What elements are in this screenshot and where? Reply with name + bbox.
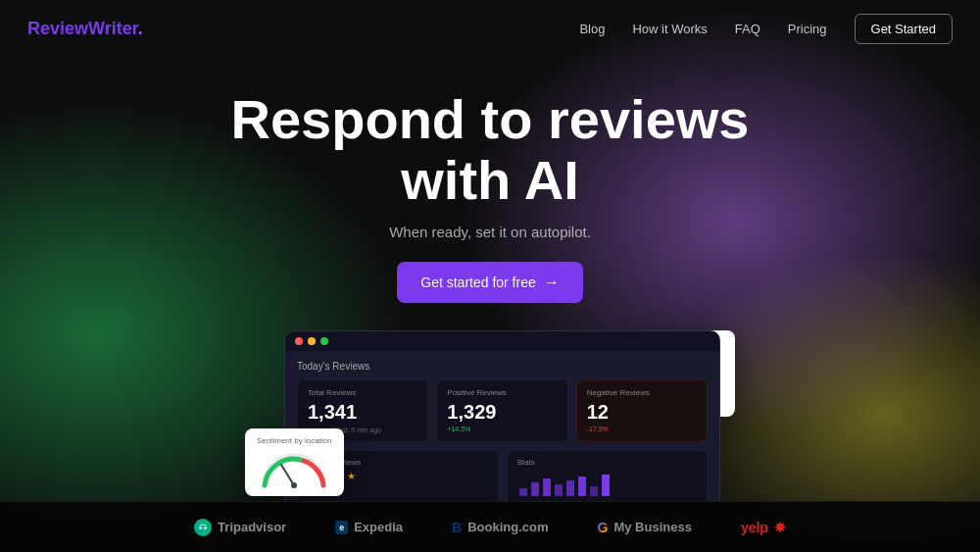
expedia-label: Expedia — [354, 520, 403, 534]
dashboard-body: Today's Reviews Total Reviews 1,341 Last… — [285, 351, 719, 520]
google-logo: G My Business — [598, 520, 692, 535]
tripadvisor-icon — [194, 519, 212, 536]
hero-headline: Respond to reviews with AI — [20, 89, 960, 210]
negative-label: Negative Reviews — [587, 388, 697, 397]
navigation: ReviewWriter. Blog How it Works FAQ Pric… — [0, 0, 980, 58]
svg-line-8 — [281, 465, 294, 485]
footer-logos: Tripadvisor e Expedia B Booking.com G My… — [0, 501, 980, 552]
nav-blog[interactable]: Blog — [579, 22, 605, 36]
nav-how-it-works[interactable]: How it Works — [632, 22, 707, 36]
svg-rect-3 — [555, 484, 563, 496]
svg-rect-5 — [578, 477, 586, 496]
svg-rect-2 — [543, 478, 551, 496]
positive-change: +14.5% — [447, 426, 557, 432]
negative-change: -17.3% — [587, 426, 697, 432]
booking-logo: B Booking.com — [452, 520, 548, 535]
title-bar — [285, 331, 719, 351]
nav-links: Blog How it Works FAQ Pricing Get Starte… — [579, 14, 953, 44]
positive-reviews-card: Positive Reviews 1,329 +14.5% — [436, 379, 567, 442]
gauge-chart — [257, 451, 332, 488]
negative-value: 12 — [587, 401, 697, 424]
dashboard-preview: Total Reviews 1,341 Today's Reviews Tota… — [255, 330, 725, 517]
nav-pricing[interactable]: Pricing — [788, 22, 827, 36]
svg-rect-6 — [590, 486, 598, 496]
dot-yellow — [308, 337, 316, 345]
svg-point-13 — [205, 527, 207, 528]
svg-rect-1 — [531, 482, 539, 496]
nav-faq[interactable]: FAQ — [735, 22, 760, 36]
stats-label: Stats — [517, 458, 698, 467]
hero-subtext: When ready, set it on autopilot. — [20, 224, 960, 240]
main-dashboard-card: Today's Reviews Total Reviews 1,341 Last… — [284, 330, 720, 521]
svg-rect-7 — [602, 475, 610, 496]
section-title: Today's Reviews — [297, 361, 708, 372]
total-value: 1,341 — [308, 401, 417, 424]
stats-row: Total Reviews 1,341 Last updated: 5 min … — [297, 379, 708, 442]
positive-value: 1,329 — [447, 401, 557, 424]
bar-chart — [517, 471, 615, 498]
expedia-icon: e — [335, 521, 348, 534]
yelp-icon: yelp — [741, 520, 768, 535]
tripadvisor-label: Tripadvisor — [218, 520, 286, 534]
negative-reviews-card: Negative Reviews 12 -17.3% — [576, 379, 708, 442]
booking-label: Booking.com — [467, 520, 548, 534]
tripadvisor-logo: Tripadvisor — [194, 519, 286, 536]
float-sentiment-card: Sentiment by location — [245, 428, 344, 496]
brand-logo: ReviewWriter. — [27, 19, 143, 39]
hero-cta-button[interactable]: Get started for free → — [397, 262, 583, 303]
svg-point-12 — [200, 527, 202, 528]
nav-get-started-button[interactable]: Get Started — [855, 14, 953, 44]
yelp-burst: ✸ — [774, 520, 786, 535]
svg-rect-0 — [519, 488, 527, 496]
logo-text: ReviewWriter — [27, 19, 138, 38]
total-label: Total Reviews — [308, 388, 417, 397]
positive-label: Positive Reviews — [447, 388, 557, 397]
sentiment-title: Sentiment by location — [257, 436, 332, 445]
svg-point-9 — [291, 482, 297, 488]
google-label: My Business — [613, 520, 691, 534]
dot-red — [295, 337, 303, 345]
dot-green — [320, 337, 328, 345]
hero-section: Respond to reviews with AI When ready, s… — [0, 58, 980, 313]
booking-icon: B — [452, 520, 462, 535]
expedia-logo: e Expedia — [335, 520, 403, 534]
arrow-icon: → — [544, 274, 560, 291]
google-icon: G — [598, 520, 609, 535]
svg-rect-4 — [566, 480, 574, 496]
yelp-logo: yelp ✸ — [741, 520, 786, 535]
